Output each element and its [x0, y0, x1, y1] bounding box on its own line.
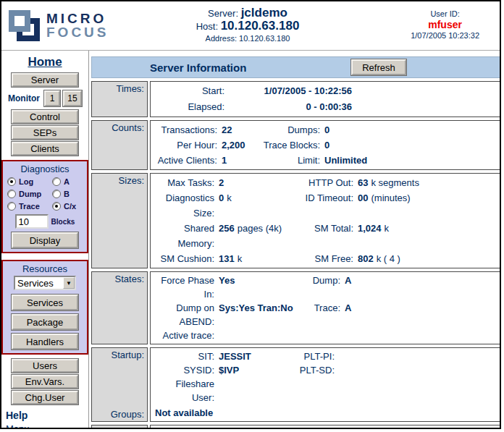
states-section-label: States: [91, 271, 148, 344]
resources-dropdown[interactable]: Services ▼ [14, 276, 76, 290]
dump-state-label: Dump: [291, 274, 340, 301]
resources-title: Resources [22, 263, 67, 274]
sysid-label: SYSID: [155, 363, 214, 377]
radio-b[interactable] [52, 190, 61, 198]
logo-text-micro: MICRO [46, 12, 109, 25]
sysid-value: $IVP [214, 363, 287, 377]
help-label: Help [6, 410, 28, 421]
radio-dump-label: Dump [19, 190, 41, 198]
active-clients-value: 1 [217, 153, 262, 168]
counts-section-label: Counts: [91, 120, 148, 170]
users-button[interactable]: Users [12, 359, 78, 373]
dump-on-abend-value: Sys:Yes Tran:No [214, 301, 291, 329]
times-section-label: Times: [91, 81, 148, 117]
trace-blocks-value: 0 [320, 137, 501, 153]
avg-latency-label: Avg. Latency(ms): [165, 427, 229, 429]
startup-section-label: Startup: Groups: [91, 347, 148, 422]
plt-sd-label: PLT-SD: [287, 363, 335, 377]
diagnostics-size-value: 0k [214, 190, 291, 221]
avg-task-label: Avg. Task(ms): [254, 427, 306, 429]
home-link[interactable]: Home [28, 55, 62, 69]
dumps-label: Dumps: [262, 122, 320, 137]
host-value: 10.120.63.180 [221, 19, 300, 33]
monitor-15-button[interactable]: 15 [63, 90, 82, 106]
services-button[interactable]: Services [12, 295, 78, 310]
active-clients-label: Active Clients: [155, 153, 217, 168]
chevron-down-icon[interactable]: ▼ [63, 277, 75, 289]
radio-a-label: A [64, 177, 70, 186]
package-button[interactable]: Package [12, 314, 78, 330]
radio-a[interactable] [52, 177, 61, 186]
radio-dump[interactable] [7, 190, 16, 198]
sm-total-label: SM Total: [291, 221, 353, 251]
blocks-label: Blocks [51, 218, 75, 226]
refresh-button-top[interactable]: Refresh [351, 59, 406, 75]
diagnostics-box: Diagnostics Log A Dump B Trace C/x Block… [1, 160, 88, 253]
sit-value: JESSIT [214, 350, 287, 363]
user-id-value: mfuser [411, 20, 479, 30]
page-header: MICRO FOCUS Server: jcldemo Host: 10.120… [1, 1, 500, 51]
sm-total-value: 1,024k [353, 221, 501, 251]
groups-value: Not available [155, 406, 501, 420]
dumps-value: 0 [320, 122, 501, 137]
http-out-label: HTTP Out: [291, 175, 353, 190]
states-row: States: Force Phase In: Yes Dump: A Dump… [91, 271, 501, 344]
radio-cx[interactable] [52, 202, 61, 211]
sm-cushion-value: 131k [214, 251, 291, 266]
server-button[interactable]: Server [12, 73, 78, 87]
resources-dropdown-value: Services [15, 278, 63, 289]
login-timestamp: 1/07/2005 10:23:32 [411, 30, 479, 41]
blocks-input[interactable] [15, 214, 49, 229]
clients-button[interactable]: Clients [12, 142, 78, 156]
trace-state-label: Trace: [291, 301, 340, 329]
page-title: Server Information [150, 62, 246, 74]
radio-trace[interactable] [7, 202, 16, 211]
transactions-value: 22 [217, 122, 262, 137]
user-info: User ID: mfuser 1/07/2005 10:23:32 [411, 9, 479, 41]
fileshare-user-label: Fileshare User: [155, 377, 214, 405]
active-trace-label: Active trace: [155, 329, 214, 342]
sm-free-value: 802k ( 4 ) [353, 251, 501, 266]
max-tasks-label: Max Tasks: [155, 175, 214, 190]
seps-button[interactable]: SEPs [12, 126, 78, 140]
force-phase-in-value: Yes [214, 274, 291, 301]
menu-link[interactable]: Menu [6, 423, 30, 429]
server-identity: Server: jcldemo Host: 10.120.63.180 Addr… [146, 7, 349, 45]
activity-row: Activity: Avg. Latency(ms): Avg. Task(ms… [91, 425, 501, 429]
plt-pi-label: PLT-PI: [287, 350, 335, 363]
sizes-section-label: Sizes: [91, 173, 148, 268]
diagnostics-title: Diagnostics [20, 164, 69, 174]
micro-focus-logo: MICRO FOCUS [9, 7, 119, 45]
monitor-label: Monitor [8, 93, 40, 103]
micro-focus-logo-icon [9, 10, 42, 42]
startup-row: Startup: Groups: SIT: JESSIT PLT-PI: SYS… [91, 347, 501, 422]
active-trace-value [214, 329, 291, 342]
times-row: Times: Start: 1/07/2005 - 10:22:56 Elaps… [91, 81, 501, 117]
transactions-label: Transactions: [155, 122, 217, 137]
radio-trace-label: Trace [19, 202, 40, 211]
logo-text-focus: FOCUS [46, 25, 109, 39]
display-button[interactable]: Display [12, 232, 78, 248]
monitor-1-button[interactable]: 1 [44, 90, 60, 106]
id-timeout-label: ID Timeout: [291, 190, 353, 221]
trace-state-value: A [340, 301, 501, 329]
limit-value: Unlimited [320, 153, 501, 168]
max-tasks-value: 2 [214, 175, 291, 190]
radio-cx-label: C/x [64, 202, 76, 211]
radio-b-label: B [64, 190, 70, 198]
envvars-button[interactable]: Env.Vars. [12, 375, 78, 389]
task-per-sec-label: Task/sec: [368, 427, 401, 429]
sit-label: SIT: [155, 350, 214, 363]
radio-log[interactable] [7, 177, 16, 186]
dump-on-abend-label: Dump on ABEND: [155, 301, 214, 329]
handlers-button[interactable]: Handlers [12, 334, 78, 350]
diagnostics-radio-group: Log A Dump B Trace C/x [7, 177, 83, 211]
per-hour-value: 2,200 [217, 137, 262, 153]
chguser-button[interactable]: Chg.User [12, 391, 78, 405]
monitor-row: Monitor 1 15 [8, 90, 82, 106]
fileshare-user-value [214, 377, 287, 405]
user-id-label: User ID: [411, 9, 479, 20]
control-button[interactable]: Control [12, 110, 78, 124]
sm-free-label: SM Free: [291, 251, 353, 266]
server-name: jcldemo [241, 6, 287, 20]
